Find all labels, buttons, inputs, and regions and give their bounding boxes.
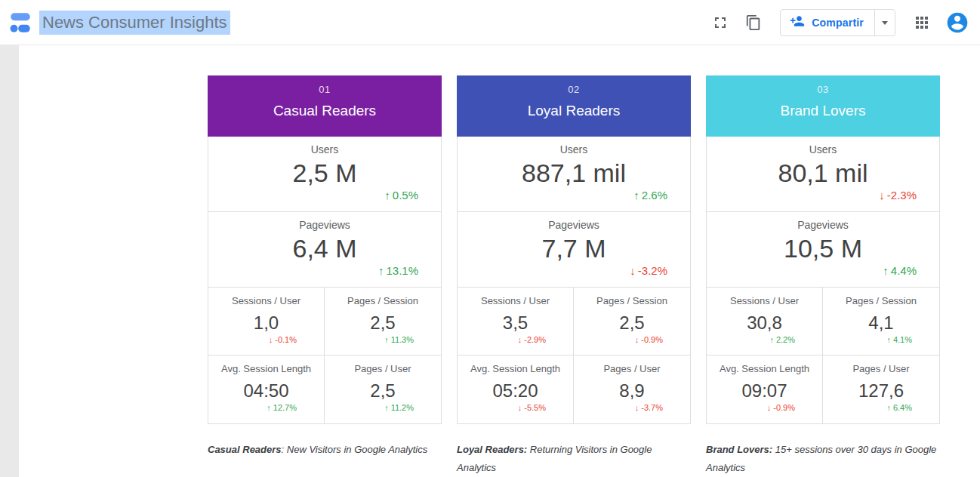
avg-session-length-metric: Avg. Session Length 04:50 12.7% <box>208 355 325 423</box>
secondary-metrics: Sessions / User 30,8 2.2% Pages / Sessio… <box>707 288 939 423</box>
metric-label: Sessions / User <box>730 295 799 306</box>
share-options-dropdown[interactable] <box>874 10 895 35</box>
metric-label: Sessions / User <box>232 295 300 306</box>
users-metric: Users 887,1 mil 2.6% <box>458 137 690 212</box>
segment-definition: Brand Lovers: 15+ sessions over 30 days … <box>706 441 940 477</box>
scorecard-brand-lovers[interactable]: 03 Brand Lovers Users 80,1 mil -2.3% Pag… <box>706 75 940 477</box>
metric-change: 11.2% <box>384 403 414 412</box>
metric-label: Pages / User <box>354 363 411 374</box>
segment-metrics: Users 80,1 mil -2.3% Pageviews 10,5 M 4.… <box>706 137 940 424</box>
segment-name: Loyal Readers <box>457 103 691 119</box>
share-button[interactable]: Compartir <box>780 9 895 36</box>
metric-value: 10,5 M <box>784 233 862 263</box>
share-button-label: Compartir <box>812 17 864 29</box>
users-metric: Users 80,1 mil -2.3% <box>707 137 939 212</box>
metric-change: 4.1% <box>886 335 912 344</box>
segment-definition-text: : New Visitors in Google Analytics <box>282 444 428 455</box>
scorecard-casual-readers[interactable]: 01 Casual Readers Users 2,5 M 0.5% Pagev… <box>208 75 442 459</box>
metric-value: 887,1 mil <box>522 158 626 188</box>
metric-value: 3,5 <box>503 312 528 334</box>
segment-header: 01 Casual Readers <box>208 75 442 137</box>
segment-header: 02 Loyal Readers <box>457 75 691 137</box>
segment-definition-term: Loyal Readers: <box>457 444 527 455</box>
metric-value: 2,5 <box>619 312 644 334</box>
metric-label: Pageviews <box>797 219 849 231</box>
metric-value: 127,6 <box>858 380 904 402</box>
metric-value: 2,5 M <box>292 158 356 188</box>
metric-change: 4.4% <box>883 264 917 277</box>
pageviews-metric: Pageviews 10,5 M 4.4% <box>707 212 939 288</box>
chevron-down-icon <box>882 21 888 25</box>
segment-definition: Casual Readers: New Visitors in Google A… <box>208 441 442 459</box>
metric-value: 80,1 mil <box>778 158 868 188</box>
metric-change: 0.5% <box>384 189 418 202</box>
metric-change: 2.2% <box>769 335 795 344</box>
metric-change: -0.9% <box>635 335 663 344</box>
metric-label: Avg. Session Length <box>720 363 809 374</box>
datastudio-logo-icon[interactable] <box>8 10 33 35</box>
metric-value: 09:07 <box>741 380 787 402</box>
segment-header: 03 Brand Lovers <box>706 75 940 137</box>
pageviews-metric: Pageviews 6,4 M 13.1% <box>208 212 441 288</box>
metric-change: 13.1% <box>378 264 418 277</box>
segment-number: 01 <box>208 84 442 95</box>
pages-per-session-metric: Pages / Session 4,1 4.1% <box>823 288 939 355</box>
pages-per-session-metric: Pages / Session 2,5 -0.9% <box>574 288 690 355</box>
segment-definition-term: Casual Readers <box>208 444 282 455</box>
metric-value: 04:50 <box>243 380 288 402</box>
copy-icon[interactable] <box>744 13 763 32</box>
scorecard-loyal-readers[interactable]: 02 Loyal Readers Users 887,1 mil 2.6% Pa… <box>457 75 691 477</box>
user-avatar[interactable] <box>945 11 969 35</box>
segment-metrics: Users 887,1 mil 2.6% Pageviews 7,7 M -3.… <box>457 137 691 424</box>
metric-label: Sessions / User <box>481 295 550 306</box>
metric-change: 12.7% <box>267 403 297 412</box>
apps-grid-icon[interactable] <box>912 13 932 32</box>
metric-label: Users <box>809 143 837 155</box>
pages-per-session-metric: Pages / Session 2,5 11.3% <box>325 288 441 355</box>
pageviews-metric: Pageviews 7,7 M -3.2% <box>458 212 690 288</box>
report-title[interactable]: News Consumer Insights <box>39 0 230 45</box>
metric-label: Pages / Session <box>846 295 917 306</box>
secondary-metrics: Sessions / User 3,5 -2.9% Pages / Sessio… <box>458 288 690 423</box>
metric-label: Users <box>560 143 588 155</box>
metric-value: 30,8 <box>747 312 782 334</box>
metric-value: 4,1 <box>868 312 893 334</box>
segment-metrics: Users 2,5 M 0.5% Pageviews 6,4 M 13.1% S… <box>208 137 442 424</box>
metric-value: 7,7 M <box>541 233 606 263</box>
metric-value: 8,9 <box>619 380 644 402</box>
metric-change: -3.2% <box>630 264 667 277</box>
segment-number: 03 <box>706 84 940 95</box>
pages-per-user-metric: Pages / User 127,6 6.4% <box>823 355 939 423</box>
pages-per-user-metric: Pages / User 2,5 11.2% <box>325 355 441 423</box>
metric-label: Pages / User <box>852 363 909 374</box>
metric-change: -0.1% <box>269 335 297 344</box>
metric-change: 11.3% <box>384 335 414 344</box>
metric-change: -5.5% <box>518 403 546 412</box>
datastudio-report: News Consumer Insights <box>0 0 980 477</box>
metric-label: Pages / User <box>603 363 660 374</box>
metric-change: -3.7% <box>635 403 663 412</box>
avg-session-length-metric: Avg. Session Length 05:20 -5.5% <box>458 355 574 423</box>
metric-change: 2.6% <box>633 189 667 202</box>
secondary-metrics: Sessions / User 1,0 -0.1% Pages / Sessio… <box>208 288 441 423</box>
fullscreen-icon[interactable] <box>710 13 730 32</box>
metric-change: -2.3% <box>879 189 917 202</box>
person-add-icon <box>790 14 805 32</box>
segment-definition: Loyal Readers: Returning Visitors in Goo… <box>457 441 691 477</box>
metric-change: -0.9% <box>767 403 795 412</box>
metric-value: 1,0 <box>254 312 279 334</box>
metric-value: 6,4 M <box>292 233 356 263</box>
toolbar-actions: Compartir <box>710 0 969 45</box>
share-button-main[interactable]: Compartir <box>781 14 874 32</box>
segment-name: Casual Readers <box>208 103 442 119</box>
metric-label: Avg. Session Length <box>221 363 311 374</box>
metric-label: Pages / Session <box>596 295 667 306</box>
sessions-per-user-metric: Sessions / User 1,0 -0.1% <box>208 288 325 355</box>
report-title-text[interactable]: News Consumer Insights <box>39 11 230 35</box>
canvas-left-margin <box>0 45 19 477</box>
metric-change: -2.9% <box>518 335 546 344</box>
segment-name: Brand Lovers <box>706 103 940 119</box>
sessions-per-user-metric: Sessions / User 30,8 2.2% <box>707 288 823 355</box>
segment-number: 02 <box>457 84 691 95</box>
metric-value: 2,5 <box>370 380 395 402</box>
